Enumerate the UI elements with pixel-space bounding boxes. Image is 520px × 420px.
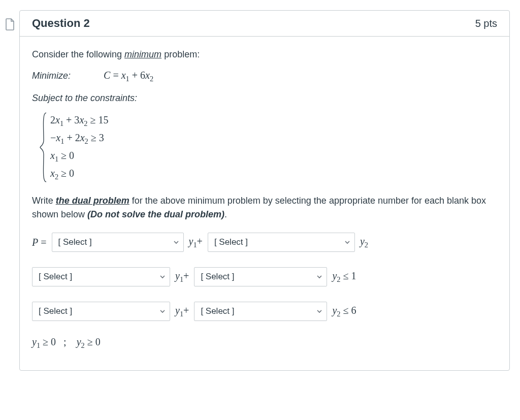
constraint-3: x1 ≥ 0 (50, 147, 108, 165)
brace-icon (39, 112, 47, 183)
constraints-block: 2x1 + 3x2 ≥ 15 −x1 + 2x2 ≥ 3 x1 ≥ 0 x2 ≥… (39, 112, 497, 183)
label-P: P = (32, 237, 47, 248)
select-P-coef-y2[interactable]: [ Select ] (208, 233, 355, 252)
constraint-2: −x1 + 2x2 ≥ 3 (50, 130, 108, 147)
constraint-4: x2 ≥ 0 (50, 165, 108, 183)
task-line: Write the dual problem for the above min… (32, 194, 497, 221)
chevron-down-icon (316, 308, 322, 314)
label-y2-le6: y2 ≤ 6 (332, 305, 356, 318)
minimize-line: Minimize: C = x1 + 6x2 (32, 68, 497, 84)
label-y1-plus: y1+ (189, 236, 203, 249)
dual-constraint-2: [ Select ] y1+ [ Select ] y2 ≤ 6 (32, 302, 497, 321)
dual-constraint-1: [ Select ] y1+ [ Select ] y2 ≤ 1 (32, 267, 497, 286)
dual-objective-row: P = [ Select ] y1+ [ Select ] y2 (32, 233, 497, 252)
question-header: Question 2 5 pts (20, 11, 509, 37)
chevron-down-icon (344, 239, 350, 245)
intro-line: Consider the following minimum problem: (32, 48, 497, 61)
chevron-down-icon (316, 274, 322, 280)
select-c2-coef-y1[interactable]: [ Select ] (32, 302, 170, 321)
question-card: Question 2 5 pts Consider the following … (19, 10, 510, 371)
page-icon (4, 10, 16, 30)
chevron-down-icon (159, 308, 166, 314)
label-y1-plus: y1+ (175, 270, 189, 284)
question-points: 5 pts (475, 18, 497, 29)
constraints-lines: 2x1 + 3x2 ≥ 15 −x1 + 2x2 ≥ 3 x1 ≥ 0 x2 ≥… (47, 112, 108, 183)
dual-nonneg: y1 ≥ 0 ; y2 ≥ 0 (32, 336, 497, 350)
select-P-coef-y1[interactable]: [ Select ] (52, 233, 184, 252)
question-body: Consider the following minimum problem: … (20, 37, 509, 370)
objective-expr: C = x1 + 6x2 (104, 70, 153, 81)
label-y1-plus: y1+ (175, 305, 189, 318)
constraint-1: 2x1 + 3x2 ≥ 15 (50, 112, 108, 130)
chevron-down-icon (159, 274, 166, 280)
question-title: Question 2 (32, 17, 90, 30)
select-c1-coef-y1[interactable]: [ Select ] (32, 267, 170, 286)
label-y2: y2 (360, 236, 368, 249)
chevron-down-icon (173, 239, 179, 245)
constraints-label: Subject to the constraints: (32, 91, 497, 105)
label-y2-le1: y2 ≤ 1 (332, 270, 356, 284)
select-c2-coef-y2[interactable]: [ Select ] (194, 302, 327, 321)
select-c1-coef-y2[interactable]: [ Select ] (194, 267, 327, 286)
